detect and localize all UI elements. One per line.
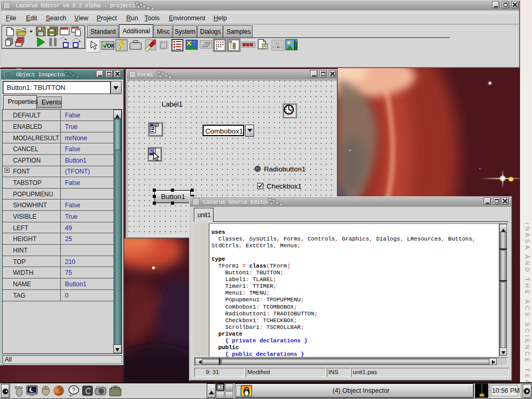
svg-text:OK: OK — [107, 43, 115, 49]
svg-text:?: ? — [72, 387, 75, 394]
